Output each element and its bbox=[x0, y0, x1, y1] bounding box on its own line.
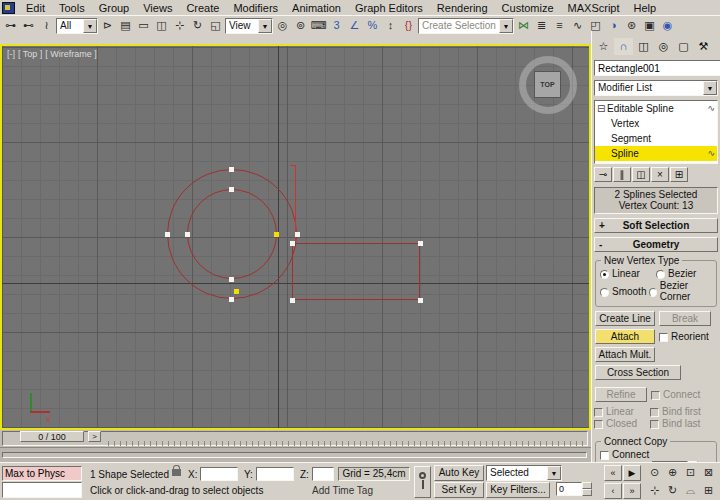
break-button[interactable]: Break bbox=[659, 311, 711, 326]
select-and-link-icon[interactable]: ⊶ bbox=[2, 18, 19, 34]
menu-tools[interactable]: Tools bbox=[52, 1, 92, 15]
fov-icon[interactable]: ⌓ bbox=[682, 483, 699, 499]
viewport-menu-shading[interactable]: [ Wireframe ] bbox=[45, 49, 97, 59]
use-pivot-center-icon[interactable]: ◎ bbox=[274, 18, 291, 34]
show-end-result-icon[interactable]: ∥ bbox=[613, 167, 631, 182]
radio-smooth[interactable]: Smooth bbox=[600, 286, 649, 297]
top-viewport[interactable]: [-] [ Top ] [ Wireframe ] TOP bbox=[0, 44, 591, 430]
vertex-handle[interactable] bbox=[165, 232, 170, 237]
radio-bezier-corner[interactable]: Bezier Corner bbox=[649, 280, 713, 302]
selection-filter-combo[interactable]: All ▼ bbox=[56, 18, 98, 34]
radio-linear[interactable]: Linear bbox=[600, 268, 656, 279]
menu-maxscript[interactable]: MAXScript bbox=[561, 1, 627, 15]
zoom-region-icon[interactable]: ⊠ bbox=[700, 465, 717, 481]
select-object-icon[interactable]: ⊳ bbox=[99, 18, 116, 34]
spinner-arrows-icon[interactable] bbox=[582, 482, 592, 496]
chevron-down-icon[interactable]: ▼ bbox=[499, 19, 513, 33]
vertex-handle[interactable] bbox=[185, 232, 190, 237]
viewport-menu-view[interactable]: [ Top ] bbox=[18, 49, 42, 59]
vertex-handle[interactable] bbox=[418, 298, 423, 303]
refine-button[interactable]: Refine bbox=[595, 387, 647, 402]
select-by-name-icon[interactable]: ▤ bbox=[117, 18, 134, 34]
zoom-icon[interactable]: ⊙ bbox=[646, 465, 663, 481]
orbit-icon[interactable]: ↻ bbox=[664, 483, 681, 499]
vertex-handle-selected[interactable] bbox=[274, 232, 279, 237]
radio-bezier-corner-control[interactable] bbox=[649, 288, 657, 297]
pan-icon[interactable]: ⊹ bbox=[646, 483, 663, 499]
y-coord-field[interactable] bbox=[256, 467, 294, 481]
rollout-collapse-icon[interactable]: - bbox=[599, 238, 602, 251]
attach-button[interactable]: Attach bbox=[595, 329, 655, 344]
rollout-expand-icon[interactable]: + bbox=[599, 219, 605, 232]
viewcube[interactable]: TOP bbox=[519, 56, 577, 114]
object-name-field[interactable] bbox=[594, 60, 720, 76]
window-crossing-icon[interactable]: ◫ bbox=[153, 18, 170, 34]
vertex-handle[interactable] bbox=[229, 187, 234, 192]
radio-bezier-control[interactable] bbox=[656, 270, 665, 279]
auto-key-button[interactable]: Auto Key bbox=[434, 465, 484, 481]
vertex-handle[interactable] bbox=[290, 241, 295, 246]
tab-utilities[interactable]: ⚒ bbox=[694, 38, 713, 55]
linear-checkbox[interactable]: Linear bbox=[594, 406, 650, 417]
reorient-checkbox[interactable]: Reorient bbox=[659, 331, 709, 342]
attach-mult-button[interactable]: Attach Mult. bbox=[595, 347, 655, 362]
vertex-handle[interactable] bbox=[290, 298, 295, 303]
radio-bezier[interactable]: Bezier bbox=[656, 268, 696, 279]
connect-checkbox[interactable]: Connect bbox=[651, 389, 700, 400]
mirror-icon[interactable]: ⋈ bbox=[515, 18, 532, 34]
chevron-down-icon[interactable]: ▼ bbox=[703, 81, 717, 95]
vertex-handle[interactable] bbox=[295, 232, 300, 237]
curve-editor-icon[interactable]: ∿ bbox=[569, 18, 586, 34]
snaps-toggle-icon[interactable]: 3 bbox=[328, 18, 345, 34]
tab-display[interactable]: ▢ bbox=[674, 38, 693, 55]
zoom-all-icon[interactable]: ⊕ bbox=[664, 465, 681, 481]
stack-item-segment[interactable]: Segment bbox=[595, 131, 717, 146]
spinner-snap-icon[interactable]: ↕ bbox=[382, 18, 399, 34]
menu-modifiers[interactable]: Modifiers bbox=[226, 1, 285, 15]
x-coord-field[interactable] bbox=[200, 467, 238, 481]
stack-item-editable-spline[interactable]: ⊟ Editable Spline ∿ bbox=[595, 101, 717, 116]
reorient-checkbox-control[interactable] bbox=[659, 333, 668, 342]
closed-checkbox-control[interactable] bbox=[594, 420, 603, 429]
selection-lock-icon[interactable] bbox=[172, 469, 181, 476]
vertex-handle[interactable] bbox=[229, 297, 234, 302]
rectangular-selection-icon[interactable]: ▭ bbox=[135, 18, 152, 34]
chevron-down-icon[interactable]: ▼ bbox=[547, 466, 561, 480]
menu-views[interactable]: Views bbox=[136, 1, 179, 15]
tab-create[interactable]: ☆ bbox=[594, 38, 613, 55]
create-line-button[interactable]: Create Line bbox=[595, 311, 655, 326]
percent-snap-icon[interactable]: % bbox=[364, 18, 381, 34]
remove-modifier-icon[interactable]: × bbox=[651, 167, 669, 182]
menu-create[interactable]: Create bbox=[179, 1, 226, 15]
menu-help[interactable]: Help bbox=[627, 1, 664, 15]
bind-last-checkbox[interactable]: Bind last bbox=[650, 418, 700, 429]
previous-frame-button[interactable]: ‹ bbox=[604, 483, 622, 499]
menu-customize[interactable]: Customize bbox=[495, 1, 561, 15]
closed-checkbox[interactable]: Closed bbox=[594, 418, 650, 429]
play-button[interactable]: ▶ bbox=[623, 465, 641, 481]
set-keys-button[interactable] bbox=[414, 466, 431, 498]
tab-motion[interactable]: ◎ bbox=[654, 38, 673, 55]
tab-hierarchy[interactable]: ◫ bbox=[634, 38, 653, 55]
connect-copy-checkbox[interactable]: Connect bbox=[600, 449, 649, 460]
keyboard-override-icon[interactable]: ⌨ bbox=[310, 18, 327, 34]
select-and-scale-icon[interactable]: ◱ bbox=[207, 18, 224, 34]
current-frame-value[interactable]: 0 bbox=[556, 482, 582, 496]
vertex-handle[interactable] bbox=[418, 241, 423, 246]
maximize-viewport-icon[interactable]: ⊞ bbox=[700, 483, 717, 499]
stack-item-vertex[interactable]: Vertex bbox=[595, 116, 717, 131]
reference-coordinate-combo[interactable]: View ▼ bbox=[225, 18, 273, 34]
edit-named-selections-icon[interactable]: {} bbox=[400, 18, 417, 34]
track-bar[interactable] bbox=[0, 447, 591, 462]
time-slider-handle[interactable]: 0 / 100 bbox=[20, 431, 84, 442]
maxscript-mini-listener[interactable] bbox=[2, 466, 82, 481]
angle-snap-icon[interactable]: ∠ bbox=[346, 18, 363, 34]
menu-rendering[interactable]: Rendering bbox=[430, 1, 495, 15]
radio-smooth-control[interactable] bbox=[600, 288, 609, 297]
rollout-soft-selection[interactable]: + Soft Selection bbox=[594, 218, 718, 233]
current-frame-spinner[interactable]: 0 bbox=[556, 482, 592, 496]
unlink-selection-icon[interactable]: ⊷ bbox=[20, 18, 37, 34]
menu-edit[interactable]: Edit bbox=[19, 1, 52, 15]
spline-inner-circle[interactable] bbox=[187, 189, 277, 279]
zoom-extents-icon[interactable]: ⊡ bbox=[682, 465, 699, 481]
